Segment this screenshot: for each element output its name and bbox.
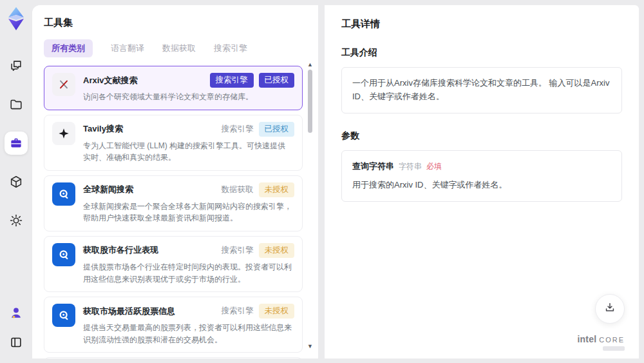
tool-name: Tavily搜索 bbox=[83, 123, 222, 135]
tool-card-regional-news[interactable]: 万维地区新闻查询 搜索引擎 未授权 查询具体行政区划内的新闻，快速了解各地新闻动 bbox=[44, 357, 303, 358]
core-wordmark: CORE bbox=[599, 336, 625, 344]
sidebar-bottom bbox=[5, 301, 28, 354]
tool-name: 获取股市各行业表现 bbox=[83, 244, 222, 256]
folder-icon bbox=[9, 97, 23, 112]
chat-icon bbox=[9, 59, 23, 73]
cube-icon bbox=[9, 175, 23, 189]
tavily-icon bbox=[52, 122, 75, 145]
main-content: 工具集 所有类别 语言翻译 数据获取 搜索引擎 bbox=[32, 5, 639, 358]
gear-icon bbox=[9, 213, 23, 228]
active-stocks-icon bbox=[52, 304, 75, 327]
tab-search-engine[interactable]: 搜索引擎 bbox=[214, 43, 247, 54]
param-box: 查询字符串 字符串 必填 用于搜索的Arxiv ID、关键字或作者姓名。 bbox=[341, 150, 622, 202]
scroll-up-icon[interactable]: ▲ bbox=[307, 62, 313, 68]
tool-name: 全球新闻搜索 bbox=[83, 184, 222, 195]
tool-name: Arxiv文献搜索 bbox=[83, 75, 210, 86]
download-button[interactable] bbox=[595, 294, 625, 324]
tool-card-active-stocks[interactable]: 获取市场最活跃股票信息 搜索引擎 未授权 提供当天交易量最高的股票列表，投资者可… bbox=[44, 297, 303, 353]
auth-badge: 已授权 bbox=[259, 122, 295, 137]
auth-badge: 未授权 bbox=[259, 182, 295, 197]
intro-box: 一个用于从Arxiv存储库搜索科学论文和文章的工具。 输入可以是Arxiv ID… bbox=[341, 67, 622, 113]
tool-description: 全球新闻搜索是一个聚合全球各大新闻网站内容的搜索引擎，帮助用户快速获取全球最新资… bbox=[83, 201, 294, 224]
params-heading: 参数 bbox=[341, 130, 622, 142]
download-icon bbox=[603, 301, 616, 317]
user-avatar[interactable] bbox=[5, 301, 28, 324]
briefcase-icon bbox=[9, 136, 23, 150]
global-news-icon bbox=[52, 182, 75, 206]
tool-description: 提供股票市场各个行业在特定时间段内的表现。投资者可以利用这些信息来识别表现优于或… bbox=[83, 261, 294, 285]
category-tabs: 所有类别 语言翻译 数据获取 搜索引擎 bbox=[44, 39, 318, 57]
category-label: 数据获取 bbox=[222, 184, 254, 195]
detail-title: 工具详情 bbox=[341, 18, 622, 30]
auth-badge: 未授权 bbox=[259, 304, 295, 319]
sidebar bbox=[0, 0, 32, 363]
stock-sector-icon bbox=[52, 243, 75, 266]
tab-all-categories[interactable]: 所有类别 bbox=[44, 39, 93, 57]
scrollbar-thumb[interactable] bbox=[308, 70, 312, 133]
tool-card-sector-performance[interactable]: 获取股市各行业表现 搜索引擎 未授权 提供股票市场各个行业在特定时间段内的表现。… bbox=[44, 236, 303, 292]
tool-list-panel: 工具集 所有类别 语言翻译 数据获取 搜索引擎 bbox=[32, 5, 318, 358]
category-label: 搜索引擎 bbox=[222, 306, 254, 317]
category-label: 搜索引擎 bbox=[222, 245, 254, 256]
sidebar-item-chat[interactable] bbox=[5, 54, 28, 77]
tool-name: 获取市场最活跃股票信息 bbox=[83, 306, 222, 317]
category-label: 搜索引擎 bbox=[222, 124, 254, 135]
tool-card-tavily[interactable]: Tavily搜索 搜索引擎 已授权 专为人工智能代理 (LLM) 构建的搜索引擎… bbox=[44, 115, 303, 171]
arxiv-icon bbox=[52, 73, 75, 96]
sidebar-item-packages[interactable] bbox=[5, 170, 28, 193]
tool-detail-panel: 工具详情 工具介绍 一个用于从Arxiv存储库搜索科学论文和文章的工具。 输入可… bbox=[325, 5, 639, 358]
tab-data-fetching[interactable]: 数据获取 bbox=[162, 43, 196, 54]
category-badge: 搜索引擎 bbox=[210, 73, 254, 88]
param-name: 查询字符串 bbox=[352, 160, 394, 173]
param-description: 用于搜索的Arxiv ID、关键字或作者姓名。 bbox=[352, 179, 611, 192]
intel-core-logo: intel CORE bbox=[577, 334, 625, 351]
tab-language-translation[interactable]: 语言翻译 bbox=[111, 43, 144, 54]
collapse-sidebar-button[interactable] bbox=[5, 331, 28, 354]
tool-description: 访问各个研究领域大量科学论文和文章的存储库。 bbox=[83, 91, 294, 103]
sidebar-item-settings[interactable] bbox=[5, 209, 28, 232]
tool-card-global-news[interactable]: 全球新闻搜索 数据获取 未授权 全球新闻搜索是一个聚合全球各大新闻网站内容的搜索… bbox=[44, 175, 303, 231]
tool-card-arxiv[interactable]: Arxiv文献搜索 搜索引擎 已授权 访问各个研究领域大量科学论文和文章的存储库… bbox=[44, 66, 303, 110]
param-type: 字符串 bbox=[399, 161, 422, 173]
intro-heading: 工具介绍 bbox=[341, 47, 622, 59]
sidebar-item-tools[interactable] bbox=[5, 132, 28, 155]
app-logo bbox=[5, 6, 27, 31]
page-title: 工具集 bbox=[32, 5, 318, 29]
sidebar-nav bbox=[5, 54, 28, 232]
sidebar-item-files[interactable] bbox=[5, 93, 28, 116]
app-window: 工具集 所有类别 语言翻译 数据获取 搜索引擎 bbox=[0, 0, 644, 363]
auth-badge: 已授权 bbox=[259, 73, 295, 88]
tool-description: 专为人工智能代理 (LLM) 构建的搜索引擎工具。可快速提供实时、准确和真实的结… bbox=[83, 140, 294, 164]
scroll-down-icon[interactable]: ▼ bbox=[307, 344, 313, 349]
avatar-icon bbox=[9, 306, 23, 320]
panel-toggle-icon bbox=[9, 335, 23, 349]
auth-badge: 未授权 bbox=[259, 243, 295, 258]
tool-list: Arxiv文献搜索 搜索引擎 已授权 访问各个研究领域大量科学论文和文章的存储库… bbox=[32, 66, 318, 358]
list-scrollbar[interactable]: ▲ ▼ bbox=[307, 62, 313, 349]
logo-subtext-bar bbox=[603, 346, 625, 351]
tool-description: 提供当天交易量最高的股票列表，投资者可以利用这些信息来识别流动性强的股票和潜在的… bbox=[83, 322, 294, 346]
param-required-badge: 必填 bbox=[426, 161, 442, 173]
intel-wordmark: intel bbox=[577, 334, 596, 344]
